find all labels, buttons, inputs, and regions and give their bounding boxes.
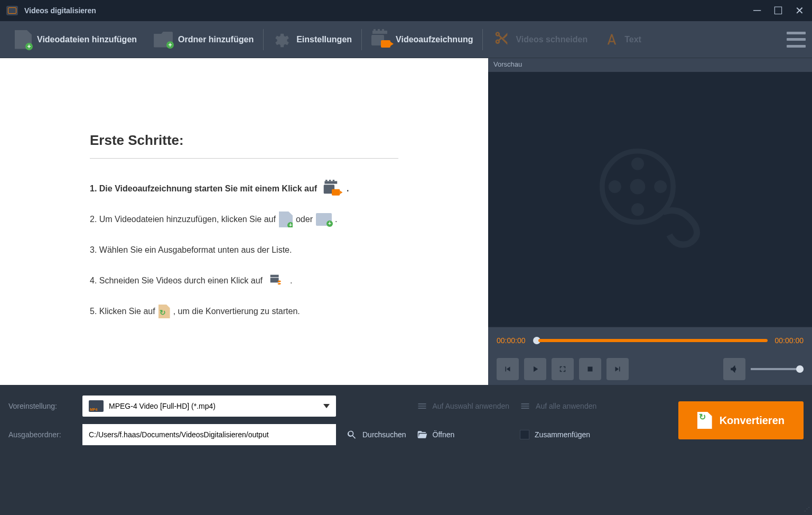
mp4-icon xyxy=(89,400,104,412)
convert-icon xyxy=(697,412,712,429)
preset-value: MPEG-4 Video [Full-HD] (*.mp4) xyxy=(109,402,323,410)
add-folder-label: Ordner hinzufügen xyxy=(178,35,254,44)
output-label: Ausgabeordner: xyxy=(8,430,72,439)
step-1: 1. Die Videoaufzeichnung starten Sie mit… xyxy=(90,180,398,198)
prev-button[interactable] xyxy=(497,358,519,380)
gear-icon xyxy=(273,31,291,49)
apply-selection-button[interactable]: Auf Auswahl anwenden xyxy=(417,401,510,411)
file-add-icon xyxy=(279,211,293,227)
window-controls: ─ ☐ ✕ xyxy=(751,4,806,17)
svg-point-6 xyxy=(631,203,644,216)
text-button[interactable]: Text xyxy=(596,28,650,51)
app-icon xyxy=(6,6,18,15)
svg-rect-1 xyxy=(270,278,279,282)
record-icon xyxy=(371,31,390,49)
merge-checkbox[interactable]: Zusammenfügen xyxy=(520,430,668,439)
play-button[interactable] xyxy=(524,358,546,380)
settings-button[interactable]: Einstellungen xyxy=(265,26,360,53)
text-icon xyxy=(604,32,619,47)
file-add-icon xyxy=(15,30,32,49)
film-reel-icon xyxy=(587,136,714,263)
bottom-panel: Voreinstellung: MPEG-4 Video [Full-HD] (… xyxy=(0,385,812,461)
output-path-input[interactable] xyxy=(82,424,336,445)
minimize-button[interactable]: ─ xyxy=(751,4,763,17)
svg-point-7 xyxy=(608,180,621,193)
titlebar: Videos digitalisieren ─ ☐ ✕ xyxy=(0,0,812,21)
add-files-button[interactable]: Videodateien hinzufügen xyxy=(6,26,145,53)
convert-icon xyxy=(158,305,170,318)
step-4: 4. Schneiden Sie Videos durch einen Klic… xyxy=(90,272,398,290)
playback-controls xyxy=(488,353,812,385)
time-total: 00:00:00 xyxy=(775,336,804,345)
main-area: Erste Schritte: 1. Die Videoaufzeichnung… xyxy=(0,58,812,385)
separator xyxy=(361,29,362,50)
open-button[interactable]: Öffnen xyxy=(417,429,510,440)
add-folder-button[interactable]: Ordner hinzufügen xyxy=(145,27,262,52)
add-files-label: Videodateien hinzufügen xyxy=(37,35,137,44)
folder-add-icon xyxy=(154,32,173,48)
volume-slider[interactable] xyxy=(751,368,804,370)
step-3: 3. Wählen Sie ein Ausgabeformat unten au… xyxy=(90,241,398,259)
scissors-icon xyxy=(492,30,510,50)
apply-all-button[interactable]: Auf alle anwenden xyxy=(520,401,668,411)
separator xyxy=(263,29,264,50)
chevron-down-icon xyxy=(323,404,330,408)
preset-label: Voreinstellung: xyxy=(8,402,72,410)
svg-point-3 xyxy=(630,179,645,195)
menu-button[interactable] xyxy=(787,32,806,48)
record-icon xyxy=(324,181,340,197)
scissors-icon xyxy=(269,273,283,288)
step-2: 2. Um Videodateien hinzuzufügen, klicken… xyxy=(90,210,398,228)
volume-control xyxy=(723,358,804,380)
convert-button[interactable]: Konvertieren xyxy=(678,401,804,439)
toolbar: Videodateien hinzufügen Ordner hinzufüge… xyxy=(0,21,812,58)
stop-button[interactable] xyxy=(579,358,601,380)
close-button[interactable]: ✕ xyxy=(793,4,806,17)
preview-panel: Vorschau 00:00:00 00:00:00 xyxy=(488,58,812,385)
record-button[interactable]: Videoaufzeichnung xyxy=(363,26,481,53)
getting-started-heading: Erste Schritte: xyxy=(90,132,398,149)
content-panel: Erste Schritte: 1. Die Videoaufzeichnung… xyxy=(0,58,488,385)
svg-rect-0 xyxy=(270,275,279,278)
svg-point-4 xyxy=(631,158,644,170)
text-label: Text xyxy=(624,35,641,44)
svg-point-5 xyxy=(654,180,667,193)
resize-grip[interactable]: ⋰ xyxy=(804,506,810,513)
preview-area xyxy=(488,72,812,327)
checkbox-icon xyxy=(520,430,529,439)
step-5: 5. Klicken Sie auf , um die Konvertierun… xyxy=(90,302,398,320)
settings-label: Einstellungen xyxy=(296,35,352,44)
browse-button[interactable]: Durchsuchen xyxy=(347,429,406,440)
preview-label: Vorschau xyxy=(488,58,812,72)
cut-button[interactable]: Videos schneiden xyxy=(484,25,596,54)
volume-button[interactable] xyxy=(723,358,745,380)
maximize-button[interactable]: ☐ xyxy=(772,4,785,17)
cut-label: Videos schneiden xyxy=(516,35,587,44)
timeline[interactable]: 00:00:00 00:00:00 xyxy=(488,327,812,353)
separator xyxy=(482,29,483,50)
timeline-track[interactable] xyxy=(533,339,768,342)
divider xyxy=(90,158,398,159)
time-current: 00:00:00 xyxy=(497,336,526,345)
window-title: Videos digitalisieren xyxy=(24,6,751,15)
fullscreen-button[interactable] xyxy=(552,358,574,380)
next-button[interactable] xyxy=(606,358,629,380)
record-label: Videoaufzeichnung xyxy=(396,35,473,44)
folder-add-icon xyxy=(316,213,332,226)
preset-select[interactable]: MPEG-4 Video [Full-HD] (*.mp4) xyxy=(82,396,336,417)
